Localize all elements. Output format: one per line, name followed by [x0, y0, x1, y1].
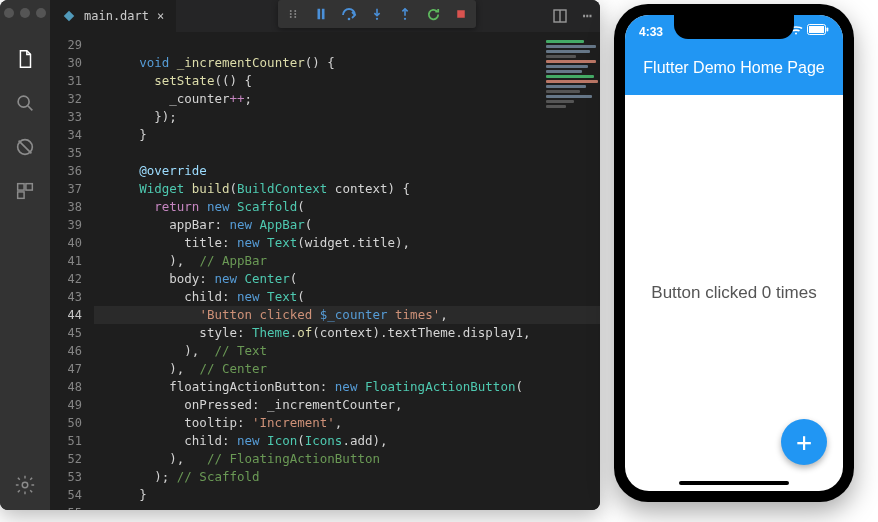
svg-point-6	[290, 10, 292, 12]
svg-rect-17	[457, 10, 465, 18]
minimap[interactable]	[542, 32, 600, 202]
split-editor-icon[interactable]	[552, 8, 568, 24]
drag-handle-icon[interactable]	[284, 5, 302, 23]
svg-rect-3	[26, 184, 32, 190]
more-icon[interactable]: ⋯	[582, 8, 592, 24]
plus-icon: +	[796, 427, 812, 457]
tab-main-dart[interactable]: main.dart ×	[50, 0, 176, 32]
svg-point-16	[404, 18, 406, 20]
svg-point-0	[18, 96, 29, 107]
search-icon[interactable]	[12, 90, 38, 116]
home-indicator[interactable]	[679, 481, 789, 485]
svg-rect-26	[827, 28, 829, 32]
settings-gear-icon[interactable]	[12, 472, 38, 498]
tab-bar: main.dart ×	[50, 0, 600, 32]
dart-file-icon	[62, 9, 76, 23]
fab-add-button[interactable]: +	[781, 419, 827, 465]
device-notch	[674, 15, 794, 39]
svg-point-23	[795, 32, 797, 34]
svg-point-10	[290, 16, 292, 18]
svg-rect-2	[18, 184, 24, 190]
pause-icon[interactable]	[312, 5, 330, 23]
svg-point-7	[294, 10, 296, 12]
app-bar-title: Flutter Demo Home Page	[643, 59, 824, 77]
extensions-icon[interactable]	[12, 178, 38, 204]
line-gutter: 2930313233343536373839404142434445464748…	[50, 32, 90, 510]
svg-point-5	[22, 482, 28, 488]
explorer-icon[interactable]	[12, 46, 38, 72]
editor-area: main.dart ×	[50, 0, 600, 510]
code-content[interactable]: void _incrementCounter() { setState(() {…	[90, 32, 600, 510]
step-out-icon[interactable]	[396, 5, 414, 23]
svg-rect-12	[318, 9, 321, 20]
svg-point-8	[290, 13, 292, 15]
tab-label: main.dart	[84, 9, 149, 23]
stop-icon[interactable]	[452, 5, 470, 23]
code-editor[interactable]: 2930313233343536373839404142434445464748…	[50, 32, 600, 510]
restart-icon[interactable]	[424, 5, 442, 23]
debug-toolbar[interactable]	[278, 0, 476, 28]
svg-point-14	[348, 18, 351, 21]
iphone-simulator: 4:33 Flutter Demo Home Page Butto	[614, 4, 854, 502]
svg-rect-13	[322, 9, 325, 20]
app-bar: Flutter Demo Home Page	[625, 57, 843, 95]
step-into-icon[interactable]	[368, 5, 386, 23]
status-time: 4:33	[639, 25, 663, 39]
activity-bar	[0, 0, 50, 510]
svg-point-9	[294, 13, 296, 15]
counter-text: Button clicked 0 times	[651, 283, 816, 303]
close-icon[interactable]: ×	[157, 9, 164, 23]
svg-point-15	[376, 18, 378, 20]
svg-rect-4	[18, 192, 24, 198]
svg-rect-25	[809, 26, 824, 33]
debug-icon[interactable]	[12, 134, 38, 160]
battery-icon	[807, 24, 829, 35]
step-over-icon[interactable]	[340, 5, 358, 23]
simulator-screen[interactable]: 4:33 Flutter Demo Home Page Butto	[625, 15, 843, 491]
vscode-window: main.dart ×	[0, 0, 600, 510]
svg-point-11	[294, 16, 296, 18]
window-controls[interactable]	[4, 6, 46, 28]
